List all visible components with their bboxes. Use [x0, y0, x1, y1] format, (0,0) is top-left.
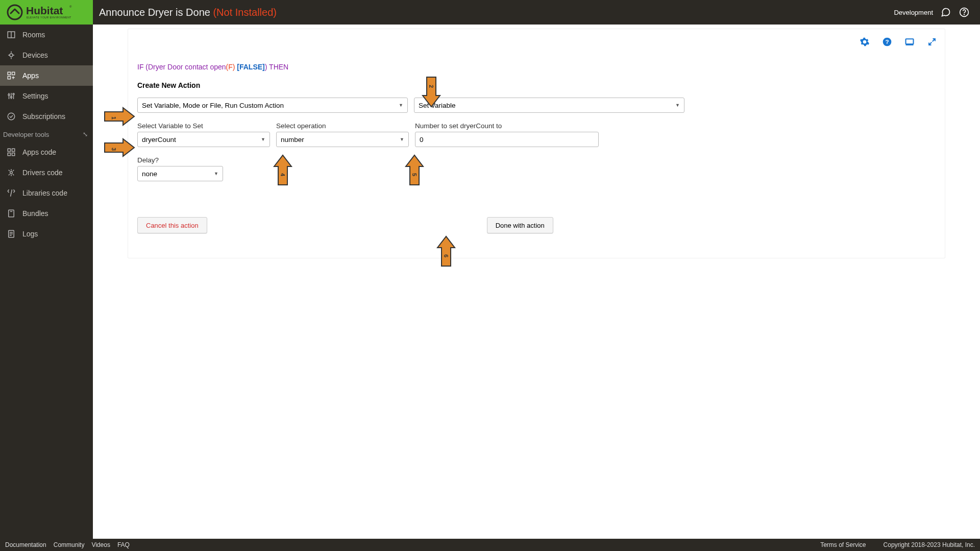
sidebar-item-label: Apps	[22, 71, 39, 80]
number-input[interactable]	[415, 132, 599, 147]
libraries-code-icon	[6, 188, 16, 198]
footer-link-faq[interactable]: FAQ	[117, 541, 130, 548]
svg-rect-26	[12, 149, 15, 151]
sidebar-item-label: Rooms	[22, 31, 45, 39]
svg-line-34	[9, 174, 10, 175]
sidebar-item-subscriptions[interactable]: Subscriptions	[0, 106, 93, 127]
sidebar-item-settings[interactable]: Settings	[0, 86, 93, 106]
apps-icon	[6, 70, 16, 81]
sidebar-item-drivers-code[interactable]: Drivers code	[0, 162, 93, 183]
svg-rect-14	[12, 72, 15, 75]
number-label: Number to set dryerCount to	[415, 122, 599, 130]
sidebar-item-label: Logs	[22, 230, 38, 238]
sidebar-item-label: Devices	[22, 51, 48, 59]
main-content: ? IF (Dryer Door contact open(F) [FALSE]…	[93, 25, 980, 539]
action-card: ? IF (Dryer Door contact open(F) [FALSE]…	[128, 29, 945, 258]
svg-line-32	[9, 170, 10, 171]
sidebar-item-label: Apps code	[22, 148, 56, 156]
svg-line-35	[13, 170, 14, 171]
apps-code-icon	[6, 147, 16, 157]
help-icon[interactable]: ?	[881, 36, 893, 47]
svg-point-24	[8, 113, 15, 120]
variable-select[interactable]: dryerCount	[137, 132, 270, 147]
footer-link-community[interactable]: Community	[54, 541, 85, 548]
logo[interactable]: Hubitat ELEVATE YOUR ENVIRONMENT ®	[0, 0, 93, 25]
svg-rect-36	[9, 210, 14, 217]
svg-point-5	[964, 14, 965, 15]
svg-point-29	[10, 172, 13, 174]
sidebar-item-logs[interactable]: Logs	[0, 224, 93, 244]
svg-text:?: ?	[885, 38, 889, 45]
devices-icon	[6, 50, 16, 60]
env-label: Development	[894, 9, 933, 16]
action-type-select[interactable]: Set Variable, Mode or File, Run Custom A…	[137, 98, 408, 113]
sidebar: Rooms Devices Apps Settings Subscription…	[0, 25, 93, 551]
sidebar-item-bundles[interactable]: Bundles	[0, 203, 93, 224]
footer-link-videos[interactable]: Videos	[91, 541, 110, 548]
operation-select[interactable]: number	[276, 132, 409, 147]
sub-action-select[interactable]: Set Variable	[414, 98, 684, 113]
gear-icon[interactable]	[859, 36, 870, 47]
svg-line-33	[13, 174, 14, 175]
settings-icon	[6, 91, 16, 101]
copyright-text: Copyright 2018-2023 Hubitat, Inc.	[884, 541, 975, 548]
sidebar-item-label: Settings	[22, 92, 48, 100]
svg-rect-28	[12, 153, 15, 156]
svg-rect-13	[8, 72, 10, 75]
help-icon[interactable]	[959, 7, 970, 18]
svg-rect-15	[8, 77, 10, 79]
footer-link-documentation[interactable]: Documentation	[5, 541, 46, 548]
sidebar-item-label: Bundles	[22, 209, 48, 218]
status-badge: (Not Installed)	[213, 7, 277, 18]
sidebar-item-apps[interactable]: Apps	[0, 65, 93, 86]
sidebar-item-libraries-code[interactable]: Libraries code	[0, 183, 93, 203]
sidebar-item-devices[interactable]: Devices	[0, 45, 93, 65]
variable-label: Select Variable to Set	[137, 122, 270, 130]
sidebar-item-rooms[interactable]: Rooms	[0, 25, 93, 45]
svg-point-23	[13, 93, 14, 95]
svg-text:®: ®	[69, 5, 72, 8]
svg-point-22	[11, 97, 12, 98]
subscriptions-icon	[6, 111, 16, 122]
svg-point-21	[8, 94, 10, 95]
delay-label: Delay?	[137, 156, 223, 164]
done-button[interactable]: Done with action	[487, 217, 553, 233]
rooms-icon	[6, 30, 16, 40]
app-header: Hubitat ELEVATE YOUR ENVIRONMENT ® Annou…	[0, 0, 980, 25]
footer-link-tos[interactable]: Terms of Service	[820, 541, 866, 548]
sidebar-item-label: Drivers code	[22, 169, 63, 177]
sidebar-item-label: Libraries code	[22, 189, 67, 197]
bundles-icon	[6, 208, 16, 219]
cancel-button[interactable]: Cancel this action	[137, 217, 207, 233]
operation-label: Select operation	[276, 122, 409, 130]
sidebar-item-label: Subscriptions	[22, 112, 65, 121]
svg-rect-44	[906, 39, 914, 44]
svg-point-8	[10, 54, 13, 57]
svg-text:ELEVATE YOUR ENVIRONMENT: ELEVATE YOUR ENVIRONMENT	[27, 16, 71, 19]
svg-rect-27	[8, 153, 10, 156]
collapse-icon[interactable]: ⤡	[83, 131, 88, 138]
rule-condition-line: IF (Dryer Door contact open(F) [FALSE]) …	[137, 63, 936, 71]
footer: Documentation Community Videos FAQ Terms…	[0, 539, 980, 551]
monitor-icon[interactable]	[904, 36, 915, 47]
chat-icon[interactable]	[940, 7, 951, 18]
section-title: Create New Action	[137, 81, 936, 89]
svg-point-0	[8, 5, 22, 19]
logs-icon	[6, 229, 16, 239]
expand-icon[interactable]	[926, 36, 938, 47]
page-title: Announce Dryer is Done (Not Installed)	[99, 7, 277, 18]
delay-select[interactable]: none	[137, 166, 223, 181]
drivers-code-icon	[6, 167, 16, 178]
svg-text:Hubitat: Hubitat	[26, 5, 63, 16]
svg-rect-25	[8, 149, 10, 151]
developer-tools-header: Developer tools ⤡	[0, 127, 93, 142]
sidebar-item-apps-code[interactable]: Apps code	[0, 142, 93, 162]
